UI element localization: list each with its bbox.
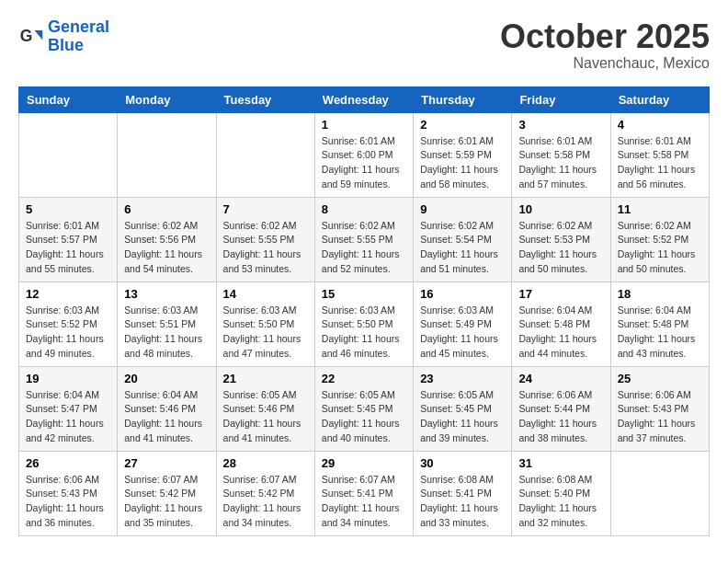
day-info: Sunrise: 6:03 AMSunset: 5:52 PMDaylight:… [26, 304, 110, 362]
day-info: Sunrise: 6:06 AMSunset: 5:44 PMDaylight:… [518, 388, 603, 446]
calendar-cell: 29Sunrise: 6:07 AMSunset: 5:41 PMDayligh… [314, 451, 413, 535]
day-info: Sunrise: 6:04 AMSunset: 5:48 PMDaylight:… [518, 304, 603, 362]
calendar-cell: 22Sunrise: 6:05 AMSunset: 5:45 PMDayligh… [314, 366, 413, 451]
day-info: Sunrise: 6:07 AMSunset: 5:41 PMDaylight:… [322, 473, 406, 531]
day-info: Sunrise: 6:04 AMSunset: 5:47 PMDaylight:… [26, 388, 110, 446]
calendar-cell: 15Sunrise: 6:03 AMSunset: 5:50 PMDayligh… [314, 282, 413, 366]
day-number: 28 [223, 456, 308, 470]
calendar-cell: 24Sunrise: 6:06 AMSunset: 5:44 PMDayligh… [512, 366, 610, 451]
calendar-cell: 13Sunrise: 6:03 AMSunset: 5:51 PMDayligh… [118, 282, 216, 366]
calendar-cell: 5Sunrise: 6:01 AMSunset: 5:57 PMDaylight… [19, 197, 118, 282]
day-number: 22 [322, 372, 406, 385]
day-number: 26 [26, 456, 110, 470]
calendar-cell: 31Sunrise: 6:08 AMSunset: 5:40 PMDayligh… [512, 451, 610, 535]
day-info: Sunrise: 6:05 AMSunset: 5:46 PMDaylight:… [223, 388, 308, 446]
day-number: 31 [518, 456, 603, 470]
weekday-header: Saturday [610, 86, 709, 112]
calendar-week-row: 26Sunrise: 6:06 AMSunset: 5:43 PMDayligh… [19, 451, 710, 535]
day-number: 11 [618, 202, 702, 216]
calendar-cell: 8Sunrise: 6:02 AMSunset: 5:55 PMDaylight… [314, 197, 413, 282]
day-info: Sunrise: 6:01 AMSunset: 5:58 PMDaylight:… [518, 134, 603, 192]
day-info: Sunrise: 6:02 AMSunset: 5:52 PMDaylight:… [618, 219, 702, 277]
day-info: Sunrise: 6:01 AMSunset: 5:57 PMDaylight:… [26, 219, 110, 277]
calendar-cell: 28Sunrise: 6:07 AMSunset: 5:42 PMDayligh… [216, 451, 314, 535]
calendar-week-row: 1Sunrise: 6:01 AMSunset: 6:00 PMDaylight… [19, 112, 710, 197]
day-number: 4 [618, 118, 702, 132]
svg-marker-1 [35, 30, 43, 40]
month-title: October 2025 [500, 18, 710, 55]
title-block: October 2025 Navenchauc, Mexico [500, 18, 710, 72]
day-info: Sunrise: 6:06 AMSunset: 5:43 PMDaylight:… [26, 473, 110, 531]
day-number: 6 [124, 202, 209, 216]
day-number: 9 [420, 202, 505, 216]
weekday-header: Friday [512, 86, 610, 112]
day-number: 5 [26, 202, 110, 216]
calendar-cell: 11Sunrise: 6:02 AMSunset: 5:52 PMDayligh… [610, 197, 709, 282]
calendar-cell: 7Sunrise: 6:02 AMSunset: 5:55 PMDaylight… [216, 197, 314, 282]
day-number: 25 [618, 372, 702, 385]
day-info: Sunrise: 6:05 AMSunset: 5:45 PMDaylight:… [322, 388, 406, 446]
calendar-cell: 23Sunrise: 6:05 AMSunset: 5:45 PMDayligh… [414, 366, 512, 451]
logo-icon: G [18, 24, 44, 50]
weekday-header: Sunday [19, 86, 118, 112]
day-info: Sunrise: 6:02 AMSunset: 5:54 PMDaylight:… [420, 219, 505, 277]
day-info: Sunrise: 6:02 AMSunset: 5:56 PMDaylight:… [124, 219, 209, 277]
calendar-cell: 18Sunrise: 6:04 AMSunset: 5:48 PMDayligh… [610, 282, 709, 366]
calendar-cell: 26Sunrise: 6:06 AMSunset: 5:43 PMDayligh… [19, 451, 118, 535]
calendar-cell: 20Sunrise: 6:04 AMSunset: 5:46 PMDayligh… [118, 366, 216, 451]
calendar: SundayMondayTuesdayWednesdayThursdayFrid… [18, 86, 710, 536]
day-info: Sunrise: 6:08 AMSunset: 5:40 PMDaylight:… [518, 473, 603, 531]
day-info: Sunrise: 6:03 AMSunset: 5:50 PMDaylight:… [223, 304, 308, 362]
day-info: Sunrise: 6:01 AMSunset: 5:59 PMDaylight:… [420, 134, 505, 192]
calendar-cell: 19Sunrise: 6:04 AMSunset: 5:47 PMDayligh… [19, 366, 118, 451]
location: Navenchauc, Mexico [500, 55, 710, 72]
calendar-cell: 3Sunrise: 6:01 AMSunset: 5:58 PMDaylight… [512, 112, 610, 197]
logo-line2: Blue [48, 37, 109, 55]
calendar-cell: 6Sunrise: 6:02 AMSunset: 5:56 PMDaylight… [118, 197, 216, 282]
weekday-header: Wednesday [314, 86, 413, 112]
day-number: 29 [322, 456, 406, 470]
day-info: Sunrise: 6:02 AMSunset: 5:55 PMDaylight:… [322, 219, 406, 277]
calendar-cell [610, 451, 709, 535]
calendar-cell: 16Sunrise: 6:03 AMSunset: 5:49 PMDayligh… [414, 282, 512, 366]
day-info: Sunrise: 6:01 AMSunset: 6:00 PMDaylight:… [322, 134, 406, 192]
day-info: Sunrise: 6:03 AMSunset: 5:50 PMDaylight:… [322, 304, 406, 362]
calendar-week-row: 19Sunrise: 6:04 AMSunset: 5:47 PMDayligh… [19, 366, 710, 451]
calendar-cell: 9Sunrise: 6:02 AMSunset: 5:54 PMDaylight… [414, 197, 512, 282]
day-info: Sunrise: 6:03 AMSunset: 5:49 PMDaylight:… [420, 304, 505, 362]
day-info: Sunrise: 6:04 AMSunset: 5:48 PMDaylight:… [618, 304, 702, 362]
calendar-cell [118, 112, 216, 197]
logo-text: General Blue [48, 18, 109, 55]
day-info: Sunrise: 6:01 AMSunset: 5:58 PMDaylight:… [618, 134, 702, 192]
calendar-cell: 21Sunrise: 6:05 AMSunset: 5:46 PMDayligh… [216, 366, 314, 451]
day-number: 20 [124, 372, 209, 385]
day-info: Sunrise: 6:02 AMSunset: 5:55 PMDaylight:… [223, 219, 308, 277]
day-number: 2 [420, 118, 505, 132]
day-number: 24 [518, 372, 603, 385]
day-number: 12 [26, 287, 110, 301]
day-info: Sunrise: 6:08 AMSunset: 5:41 PMDaylight:… [420, 473, 505, 531]
calendar-cell: 17Sunrise: 6:04 AMSunset: 5:48 PMDayligh… [512, 282, 610, 366]
day-number: 17 [518, 287, 603, 301]
page-header: G General Blue October 2025 Navenchauc, … [18, 18, 710, 72]
day-number: 18 [618, 287, 702, 301]
day-number: 30 [420, 456, 505, 470]
calendar-header-row: SundayMondayTuesdayWednesdayThursdayFrid… [19, 86, 710, 112]
day-info: Sunrise: 6:02 AMSunset: 5:53 PMDaylight:… [518, 219, 603, 277]
weekday-header: Thursday [414, 86, 512, 112]
day-number: 19 [26, 372, 110, 385]
calendar-cell: 4Sunrise: 6:01 AMSunset: 5:58 PMDaylight… [610, 112, 709, 197]
day-number: 13 [124, 287, 209, 301]
day-number: 16 [420, 287, 505, 301]
calendar-cell: 1Sunrise: 6:01 AMSunset: 6:00 PMDaylight… [314, 112, 413, 197]
day-number: 1 [322, 118, 406, 132]
calendar-cell: 27Sunrise: 6:07 AMSunset: 5:42 PMDayligh… [118, 451, 216, 535]
day-number: 7 [223, 202, 308, 216]
calendar-cell: 12Sunrise: 6:03 AMSunset: 5:52 PMDayligh… [19, 282, 118, 366]
day-number: 23 [420, 372, 505, 385]
calendar-cell: 14Sunrise: 6:03 AMSunset: 5:50 PMDayligh… [216, 282, 314, 366]
logo-line1: General [48, 17, 109, 36]
calendar-cell: 2Sunrise: 6:01 AMSunset: 5:59 PMDaylight… [414, 112, 512, 197]
day-number: 27 [124, 456, 209, 470]
day-number: 10 [518, 202, 603, 216]
